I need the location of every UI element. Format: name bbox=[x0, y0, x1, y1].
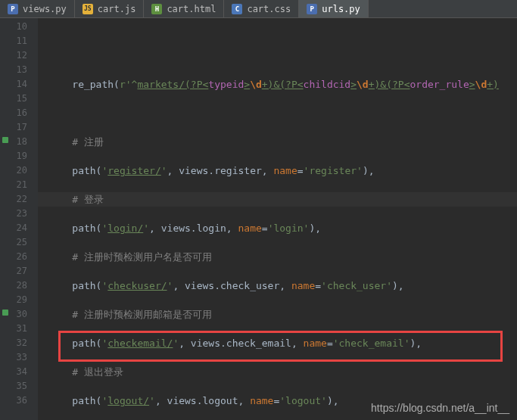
line-number: 34 bbox=[0, 365, 27, 379]
line-number: 25 bbox=[0, 235, 27, 250]
code-line[interactable]: # 退出登录 bbox=[48, 365, 517, 379]
css-icon: C bbox=[232, 4, 242, 14]
line-number: 32 bbox=[0, 336, 27, 350]
python-icon: P bbox=[8, 4, 18, 14]
code-line[interactable]: path('register/', views.register, name='… bbox=[48, 163, 517, 178]
line-number: 17 bbox=[0, 120, 27, 135]
watermark: https://blog.csdn.net/a__int__ bbox=[371, 402, 509, 414]
editor[interactable]: 1011121314151617181920212223242526272829… bbox=[0, 18, 517, 420]
code-line[interactable]: # 注册时预检测用户名是否可用 bbox=[48, 250, 517, 264]
tab-label: cart.css bbox=[247, 4, 291, 14]
line-number: 27 bbox=[0, 264, 27, 278]
tab-cart-html[interactable]: H cart.html bbox=[144, 0, 224, 17]
tab-label: cart.js bbox=[98, 4, 136, 14]
line-number: 14 bbox=[0, 77, 27, 92]
code-line[interactable]: # 登录 bbox=[48, 192, 517, 207]
line-number: 36 bbox=[0, 394, 27, 408]
tab-cart-js[interactable]: JS cart.js bbox=[75, 0, 145, 17]
tab-urls-py[interactable]: P urls.py bbox=[299, 0, 369, 17]
line-number: 29 bbox=[0, 293, 27, 307]
line-number: 28 bbox=[0, 278, 27, 293]
html-icon: H bbox=[151, 4, 162, 14]
code-line[interactable] bbox=[48, 106, 517, 120]
code-area[interactable]: re_path(r'^markets/(?P<typeid>\d+)&(?P<c… bbox=[38, 18, 517, 420]
line-number: 22 bbox=[0, 192, 27, 207]
line-number: 13 bbox=[0, 63, 27, 77]
code-line[interactable]: path('checkemail/', views.check_email, n… bbox=[48, 336, 517, 350]
tab-bar: P views.py JS cart.js H cart.html C cart… bbox=[0, 0, 517, 18]
tab-label: cart.html bbox=[167, 4, 216, 14]
javascript-icon: JS bbox=[83, 4, 93, 14]
line-number: 26 bbox=[0, 250, 27, 264]
code-line[interactable]: # 注册时预检测用邮箱是否可用 bbox=[48, 307, 517, 322]
tab-label: views.py bbox=[23, 4, 67, 14]
line-number: 12 bbox=[0, 48, 27, 63]
gutter-marker bbox=[2, 137, 8, 143]
code-line[interactable]: # 注册 bbox=[48, 135, 517, 149]
line-number: 23 bbox=[0, 207, 27, 221]
tab-cart-css[interactable]: C cart.css bbox=[224, 0, 299, 17]
line-gutter: 1011121314151617181920212223242526272829… bbox=[0, 18, 38, 420]
line-number: 35 bbox=[0, 379, 27, 394]
line-number: 16 bbox=[0, 106, 27, 120]
gutter-marker bbox=[2, 310, 8, 316]
code-line[interactable]: re_path(r'^markets/(?P<typeid>\d+)&(?P<c… bbox=[48, 77, 517, 92]
python-icon: P bbox=[307, 4, 317, 14]
code-line[interactable]: path('login/', views.login, name='login'… bbox=[48, 221, 517, 235]
line-number: 31 bbox=[0, 322, 27, 336]
line-number: 21 bbox=[0, 178, 27, 192]
line-number: 20 bbox=[0, 163, 27, 178]
line-number: 15 bbox=[0, 92, 27, 106]
tab-label: urls.py bbox=[322, 4, 360, 14]
line-number: 10 bbox=[0, 20, 27, 34]
line-number: 19 bbox=[0, 149, 27, 163]
line-number: 24 bbox=[0, 221, 27, 235]
tab-views-py[interactable]: P views.py bbox=[0, 0, 75, 17]
line-number: 33 bbox=[0, 350, 27, 365]
line-number: 11 bbox=[0, 34, 27, 48]
code-line[interactable]: path('checkuser/', views.check_user, nam… bbox=[48, 278, 517, 293]
